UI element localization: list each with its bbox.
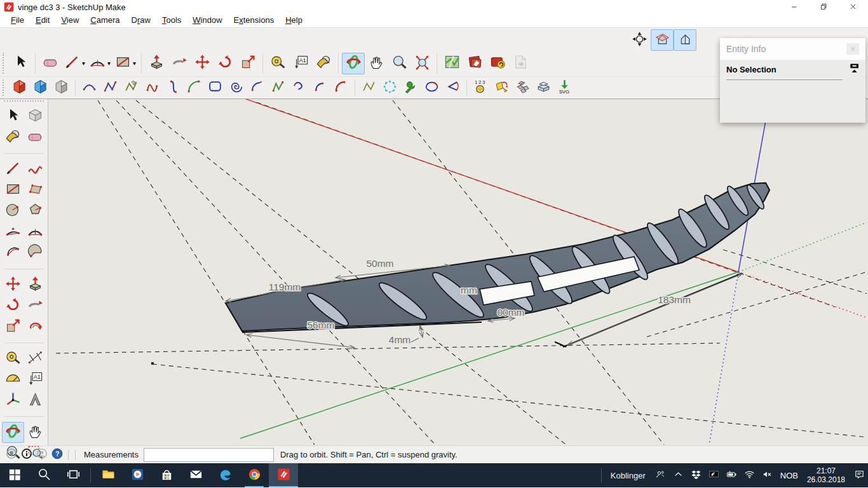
restore-button[interactable] (810, 0, 839, 14)
zoom-tool-button[interactable] (388, 53, 410, 74)
dimension-tool-button[interactable] (24, 348, 46, 369)
push-pull-tool-button[interactable] (24, 274, 46, 295)
file-explorer-taskbar-button[interactable] (93, 463, 123, 487)
zigzag-tool-button[interactable] (268, 78, 288, 97)
battery-tray-button[interactable] (723, 463, 741, 487)
drawing-area[interactable]: 50mm119mm56mm4mm183mmmm00mm (48, 99, 868, 445)
dimension-label[interactable]: 00mm (497, 307, 524, 318)
axes-tool-button[interactable] (2, 390, 24, 411)
arc-green-tool-button[interactable] (184, 78, 205, 97)
eraser-tool-button[interactable] (24, 127, 46, 148)
paint-bucket-tool-button[interactable] (312, 53, 335, 74)
dropdown-arrow-icon[interactable]: ▾ (133, 60, 136, 67)
orbit-tool-button[interactable] (2, 422, 24, 443)
select-tool-button[interactable] (2, 106, 24, 127)
unfold-box-tool-button[interactable] (533, 78, 554, 97)
cast-tray-button[interactable] (705, 463, 723, 487)
scale-tool-button[interactable] (236, 53, 259, 74)
display-section-cuts-button[interactable] (674, 29, 696, 51)
text-tool-button[interactable]: A1 (289, 53, 312, 74)
polygon-tool-button[interactable] (24, 201, 46, 222)
measurements-input[interactable] (144, 448, 274, 462)
arc-quarter-tool-button[interactable] (309, 78, 330, 97)
arc-2pt-tool-button[interactable] (2, 222, 24, 243)
tape-measure-tool-button[interactable] (2, 348, 24, 369)
profile-status-button[interactable] (34, 447, 50, 463)
circle-tool-button[interactable] (2, 201, 24, 222)
geo-location-tool-button[interactable] (440, 53, 463, 74)
tape-measure-tool-button[interactable] (266, 53, 289, 74)
arc-tool-button[interactable]: ▾ (87, 53, 112, 74)
spiral-tool-button[interactable] (226, 78, 247, 97)
menu-draw[interactable]: Draw (126, 14, 156, 26)
freehand-tool-button[interactable] (24, 159, 46, 180)
viewport-canvas[interactable]: 50mm119mm56mm4mm183mmmm00mm (48, 99, 868, 446)
language-indicator[interactable]: NOB (776, 463, 802, 487)
arc-tool-button[interactable] (24, 222, 46, 243)
menu-help[interactable]: Help (280, 14, 308, 26)
text-tool-button[interactable]: A1 (24, 369, 46, 390)
display-section-planes-button[interactable] (651, 29, 674, 51)
volume-muted-tray-button[interactable] (759, 463, 776, 487)
section-compass-button[interactable] (628, 29, 651, 51)
dimension-label[interactable]: 183mm (658, 294, 691, 305)
wifi-tray-button[interactable] (741, 463, 759, 487)
move-tool-button[interactable] (191, 53, 214, 74)
flatten-faces-tool-button[interactable] (512, 78, 533, 97)
pan-tool-button[interactable] (365, 53, 388, 74)
dimension-label[interactable]: 119mm (269, 281, 301, 292)
push-pull-tool-button[interactable] (145, 53, 168, 74)
task-view-taskbar-button[interactable] (58, 463, 88, 487)
follow-me-tool-button[interactable] (168, 53, 191, 74)
menu-edit[interactable]: Edit (30, 14, 55, 26)
dropdown-arrow-icon[interactable]: ▾ (107, 60, 111, 67)
pie-tool-button[interactable] (24, 243, 46, 264)
export-svg-tool-button[interactable]: SVG (554, 78, 575, 97)
entity-info-details-toggle[interactable] (849, 63, 860, 78)
line-tool-button[interactable]: ▾ (62, 53, 87, 74)
rectangle-tool-button[interactable]: ▾ (112, 53, 138, 74)
chevron-up-tray-button[interactable] (670, 463, 688, 487)
menu-camera[interactable]: Camera (85, 14, 125, 26)
cube-blue-tool-button[interactable] (30, 78, 51, 97)
help-status-button[interactable]: ? (50, 447, 65, 463)
number-faces-tool-button[interactable]: 1 2 3 (470, 78, 491, 97)
follow-me-tool-button[interactable] (24, 295, 46, 316)
rotate-tool-button[interactable] (2, 295, 24, 316)
bz-wrench-tool-button[interactable] (400, 78, 421, 97)
select-tool-button[interactable] (9, 53, 32, 74)
share-model-tool-button[interactable] (509, 53, 532, 74)
dimension-label[interactable]: 56mm (307, 320, 334, 330)
paint-bucket-tool-button[interactable] (2, 127, 24, 148)
line-tool-button[interactable] (2, 159, 24, 180)
ellipse-tool-button[interactable] (421, 78, 442, 97)
3d-text-tool-button[interactable] (24, 390, 46, 411)
sketchup-taskbar-button[interactable] (269, 463, 298, 487)
menu-view[interactable]: View (55, 14, 85, 26)
search-taskbar-button[interactable] (29, 463, 58, 487)
chrome-taskbar-button[interactable] (240, 463, 269, 487)
menu-window[interactable]: Window (187, 14, 227, 26)
scale-tool-button[interactable] (2, 316, 24, 337)
bezier-tool-button[interactable] (79, 78, 100, 97)
dotted-polygon-tool-button[interactable] (379, 78, 400, 97)
dimension-label[interactable]: mm (461, 285, 477, 295)
edge-taskbar-button[interactable] (210, 463, 240, 487)
rectangle-tool-button[interactable] (2, 180, 24, 201)
extension-warehouse-tool-button[interactable] (486, 53, 509, 74)
arc-open-tool-button[interactable] (247, 78, 268, 97)
orbit-tool-button[interactable] (342, 53, 365, 74)
mail-taskbar-button[interactable] (181, 463, 210, 487)
pan-tool-button[interactable] (24, 422, 46, 443)
cube-red-tool-button[interactable] (9, 78, 30, 97)
unwrap-tape-tool-button[interactable] (491, 78, 512, 97)
arc-3pt-tool-button[interactable] (2, 243, 24, 264)
dropdown-arrow-icon[interactable]: ▾ (82, 60, 85, 67)
move-tool-button[interactable] (2, 274, 24, 295)
arc-red-tool-button[interactable] (330, 78, 351, 97)
rotate-tool-button[interactable] (214, 53, 236, 74)
menu-extensions[interactable]: Extensions (228, 14, 280, 26)
offset-tool-button[interactable] (24, 316, 46, 337)
clock[interactable]: 21:0726.03.2018 (802, 463, 850, 487)
polyline-tool-button[interactable] (358, 78, 379, 97)
